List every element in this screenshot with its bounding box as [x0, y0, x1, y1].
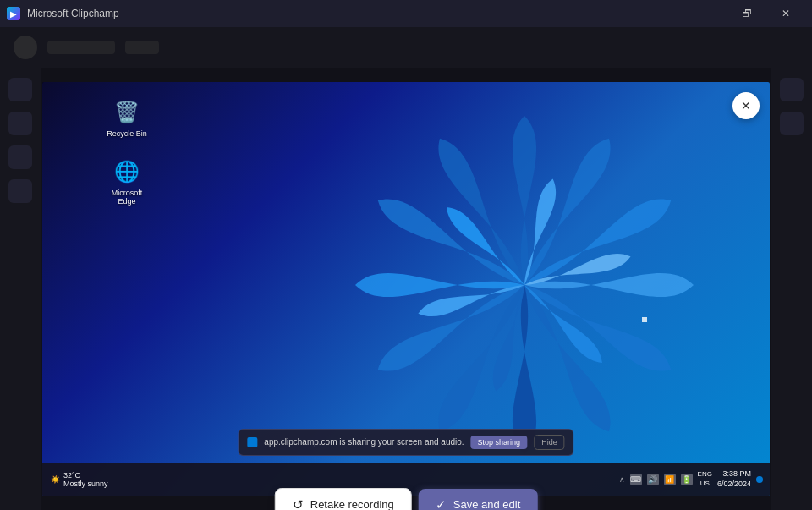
title-bar: ▶ Microsoft Clipchamp – 🗗 ✕ [0, 0, 812, 27]
minimize-button[interactable]: – [689, 0, 727, 27]
taskbar-system-icon-3: 📶 [664, 474, 676, 485]
sharing-banner: app.clipchamp.com is sharing your screen… [238, 429, 573, 456]
right-sidebar [771, 68, 812, 510]
save-label: Save and edit [453, 498, 521, 510]
sidebar-icon-2 [8, 112, 32, 135]
right-sidebar-icon-1 [780, 78, 804, 101]
sharing-text: app.clipchamp.com is sharing your screen… [264, 437, 464, 447]
retake-icon: ↺ [293, 497, 304, 511]
bottom-action-bar: ↺ Retake recording ✓ Save and edit [275, 488, 538, 511]
mouse-cursor [642, 317, 647, 322]
hide-sharing-button[interactable]: Hide [534, 435, 565, 450]
toolbar-placeholder-1 [47, 41, 115, 54]
recycle-bin-label: Recycle Bin [107, 129, 147, 139]
taskbar-system-icon-4: 🔋 [681, 474, 693, 485]
taskbar-temp: 32°C [63, 471, 108, 480]
taskbar-lang-bot: US [698, 480, 712, 488]
window-controls: – 🗗 ✕ [689, 0, 805, 27]
taskbar-clock: 3:38 PM [717, 469, 751, 480]
screen-preview: 🗑️ Recycle Bin 🌐 Microsoft Edge [42, 82, 770, 496]
taskbar-lang-top: ENG [698, 470, 712, 479]
title-bar-left: ▶ Microsoft Clipchamp [7, 7, 119, 20]
sharing-icon [247, 437, 257, 447]
preview-close-button[interactable]: ✕ [732, 92, 760, 119]
recycle-bin-icon: 🗑️ Recycle Bin [102, 99, 152, 139]
window-title: Microsoft Clipchamp [27, 8, 119, 19]
taskbar-system-icon-1: ⌨ [630, 474, 642, 485]
close-icon: ✕ [741, 99, 751, 112]
sidebar-icon-3 [8, 145, 32, 169]
app-area: 🗑️ Recycle Bin 🌐 Microsoft Edge [0, 27, 812, 510]
app-icon: ▶ [7, 7, 20, 20]
win11-flower-logo [347, 107, 702, 463]
taskbar-weather-desc: Mostly sunny [63, 480, 108, 488]
sidebar-icon-4 [8, 179, 32, 203]
close-button[interactable]: ✕ [766, 0, 805, 27]
left-sidebar [0, 68, 41, 510]
taskbar-notification-dot [756, 476, 763, 483]
save-icon: ✓ [436, 497, 447, 511]
right-sidebar-icon-2 [780, 112, 804, 135]
taskbar-icons: ∧ ⌨ 🔊 📶 🔋 ENG US 3:38 PM [619, 469, 763, 489]
top-toolbar [0, 27, 812, 68]
stop-sharing-button[interactable]: Stop sharing [471, 436, 528, 449]
taskbar-chevron-icon: ∧ [619, 475, 625, 484]
taskbar-date: 6/02/2024 [717, 480, 751, 490]
edge-icon: 🌐 Microsoft Edge [102, 158, 152, 207]
save-and-edit-button[interactable]: ✓ Save and edit [419, 489, 538, 511]
preview-container: 🗑️ Recycle Bin 🌐 Microsoft Edge [41, 68, 771, 510]
edge-label: Microsoft Edge [102, 189, 152, 207]
taskbar-language: ENG US [698, 470, 712, 488]
toolbar-small-1 [125, 41, 159, 54]
taskbar-system-icon-2: 🔊 [647, 474, 659, 485]
maximize-button[interactable]: 🗗 [727, 0, 766, 27]
taskbar-weather: ☀️ 32°C Mostly sunny [51, 471, 108, 488]
retake-recording-button[interactable]: ↺ Retake recording [275, 488, 412, 511]
taskbar-time: 3:38 PM 6/02/2024 [717, 469, 751, 489]
retake-label: Retake recording [310, 498, 394, 510]
main-content: 🗑️ Recycle Bin 🌐 Microsoft Edge [0, 68, 812, 510]
toolbar-dot-1 [14, 36, 37, 59]
win11-desktop: 🗑️ Recycle Bin 🌐 Microsoft Edge [42, 82, 770, 496]
sidebar-icon-1 [8, 78, 32, 101]
